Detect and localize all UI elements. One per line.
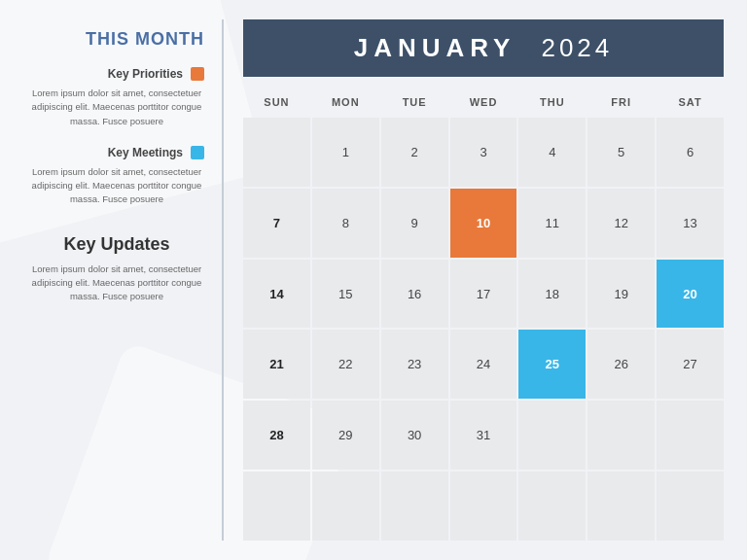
calendar-cell-empty-6e bbox=[518, 472, 586, 541]
calendar-cell-5: 5 bbox=[587, 118, 655, 187]
calendar-cell-12: 12 bbox=[587, 189, 655, 258]
calendar-cell-22: 22 bbox=[312, 330, 379, 399]
calendar-cell-empty bbox=[243, 118, 310, 187]
calendar-row-2: 7 8 9 10 11 12 13 bbox=[243, 189, 724, 258]
calendar-cell-18: 18 bbox=[518, 260, 586, 329]
day-header-mon: MON bbox=[312, 90, 379, 114]
day-header-sun: SUN bbox=[243, 90, 310, 114]
day-header-fri: FRI bbox=[587, 90, 655, 114]
priorities-color-indicator bbox=[191, 67, 204, 81]
calendar-cell-15: 15 bbox=[312, 260, 379, 329]
calendar-row-3: 14 15 16 17 18 19 20 bbox=[243, 260, 724, 329]
calendar-cell-empty-5a bbox=[518, 401, 586, 470]
calendar-cell-17: 17 bbox=[450, 260, 517, 329]
calendar-cell-1: 1 bbox=[312, 118, 379, 187]
calendar-cell-24: 24 bbox=[450, 330, 517, 399]
meetings-label-row: Key Meetings bbox=[29, 146, 204, 159]
calendar-cell-empty-6a bbox=[243, 472, 310, 541]
calendar-month: JANUARY bbox=[354, 33, 516, 62]
sidebar-divider bbox=[222, 19, 224, 541]
calendar-cell-2: 2 bbox=[381, 118, 448, 187]
this-month-title: THIS MONTH bbox=[29, 29, 204, 50]
calendar-cell-4: 4 bbox=[518, 118, 586, 187]
calendar-cell-6: 6 bbox=[657, 118, 724, 187]
calendar-row-5: 28 29 30 31 bbox=[243, 401, 724, 470]
updates-text: Lorem ipsum dolor sit amet, consectetuer… bbox=[29, 262, 204, 304]
calendar-cell-empty-5c bbox=[657, 401, 724, 470]
calendar-cell-13: 13 bbox=[657, 189, 724, 258]
calendar-cell-25: 25 bbox=[518, 330, 586, 399]
meetings-section: Key Meetings Lorem ipsum dolor sit amet,… bbox=[29, 146, 204, 207]
calendar-cell-20: 20 bbox=[657, 260, 724, 329]
calendar-cell-7: 7 bbox=[243, 189, 310, 258]
calendar-row-4: 21 22 23 24 25 26 27 bbox=[243, 330, 724, 399]
calendar-cell-8: 8 bbox=[312, 189, 379, 258]
calendar-cell-30: 30 bbox=[381, 401, 448, 470]
calendar-year: 2024 bbox=[541, 33, 613, 62]
calendar-cell-21: 21 bbox=[243, 330, 310, 399]
meetings-color-indicator bbox=[191, 146, 204, 159]
calendar-cell-9: 9 bbox=[381, 189, 448, 258]
calendar-cell-29: 29 bbox=[312, 401, 379, 470]
day-header-thu: THU bbox=[518, 90, 586, 114]
calendar-cell-3: 3 bbox=[450, 118, 517, 187]
calendar-cell-31: 31 bbox=[450, 401, 517, 470]
priorities-text: Lorem ipsum dolor sit amet, consectetuer… bbox=[29, 87, 204, 128]
updates-section: Key Updates Lorem ipsum dolor sit amet, … bbox=[29, 225, 204, 304]
day-headers-row: SUN MON TUE WED THU FRI SAT bbox=[243, 90, 724, 114]
meetings-text: Lorem ipsum dolor sit amet, consectetuer… bbox=[29, 165, 204, 207]
page-container: THIS MONTH Key Priorities Lorem ipsum do… bbox=[0, 0, 747, 560]
priorities-section: Key Priorities Lorem ipsum dolor sit ame… bbox=[29, 67, 204, 128]
calendar-area: JANUARY 2024 SUN MON TUE WED THU FRI SAT… bbox=[224, 0, 747, 560]
priorities-label: Key Priorities bbox=[108, 67, 183, 81]
calendar-cell-19: 19 bbox=[587, 260, 655, 329]
calendar-cell-23: 23 bbox=[381, 330, 448, 399]
calendar-grid: SUN MON TUE WED THU FRI SAT 1 2 3 4 5 6 … bbox=[243, 90, 724, 541]
calendar-cell-empty-6d bbox=[450, 472, 517, 541]
calendar-cell-empty-6c bbox=[381, 472, 448, 541]
sidebar: THIS MONTH Key Priorities Lorem ipsum do… bbox=[0, 0, 224, 560]
calendar-cell-26: 26 bbox=[587, 330, 655, 399]
day-header-tue: TUE bbox=[381, 90, 448, 114]
calendar-cell-28: 28 bbox=[243, 401, 310, 470]
calendar-cell-10: 10 bbox=[450, 189, 517, 258]
calendar-cell-empty-5b bbox=[587, 401, 655, 470]
meetings-label: Key Meetings bbox=[108, 146, 183, 159]
calendar-row-1: 1 2 3 4 5 6 bbox=[243, 118, 724, 187]
calendar-header: JANUARY 2024 bbox=[243, 19, 724, 77]
calendar-cell-empty-6b bbox=[312, 472, 379, 541]
calendar-cell-empty-6g bbox=[657, 472, 724, 541]
day-header-sat: SAT bbox=[657, 90, 724, 114]
calendar-cell-11: 11 bbox=[518, 189, 586, 258]
calendar-row-6 bbox=[243, 472, 724, 541]
calendar-cell-14: 14 bbox=[243, 260, 310, 329]
calendar-cell-27: 27 bbox=[657, 330, 724, 399]
priorities-label-row: Key Priorities bbox=[29, 67, 204, 81]
calendar-cell-empty-6f bbox=[587, 472, 655, 541]
calendar-cell-16: 16 bbox=[381, 260, 448, 329]
updates-title: Key Updates bbox=[29, 234, 204, 255]
day-header-wed: WED bbox=[450, 90, 517, 114]
